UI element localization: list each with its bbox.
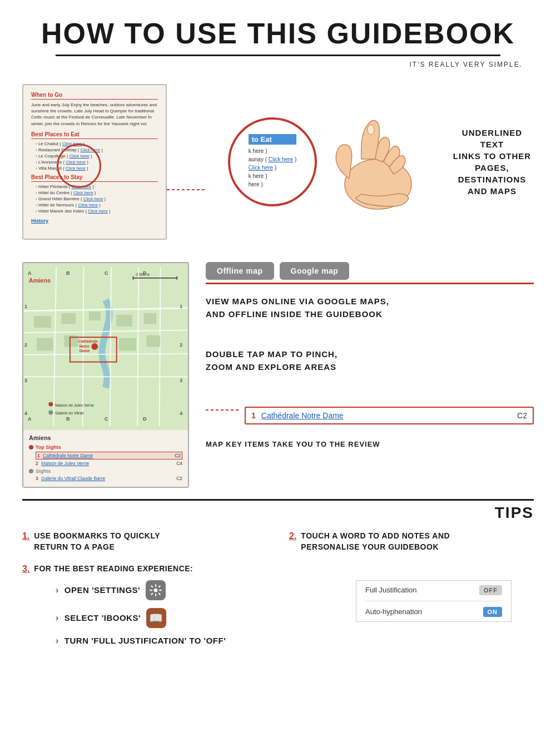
svg-point-48: [48, 402, 53, 407]
settings-toggle-area: Full Justification OFF Auto-hyphenation …: [356, 580, 512, 622]
zoom-item-5: here ): [249, 181, 297, 187]
map-btn-divider: [206, 283, 534, 284]
when-to-go-title: When to Go: [31, 92, 158, 100]
tip-3-text: FOR THE BEST READING EXPERIENCE:: [34, 564, 193, 575]
top-sight-1[interactable]: 1 Cathédrale Notre Dame C2: [36, 452, 182, 459]
top-sight-1-link[interactable]: Cathédrale Notre Dame: [43, 453, 93, 458]
sights-label: Sights: [36, 468, 51, 474]
top-sight-2[interactable]: 2 Maison de Jules Verne C4: [36, 461, 182, 466]
tip-2-text: TOUCH A WORD TO ADD NOTES ANDPERSONALISE…: [301, 531, 450, 552]
svg-point-22: [91, 343, 98, 350]
stay-item-1[interactable]: Hôtel Printania ( Click here ): [31, 184, 158, 189]
svg-point-2: [368, 125, 374, 135]
zoom-title: to Eat: [249, 134, 297, 145]
top-sight-2-coord: C4: [176, 461, 182, 466]
map-buttons: Offline map Google map: [206, 262, 534, 280]
tip-3-item-3: › Turn 'Full Justification' to 'off': [56, 636, 226, 646]
ibooks-icon: 📖: [146, 608, 166, 628]
chevron-icon-2: ›: [56, 613, 59, 623]
history-link[interactable]: History: [31, 218, 48, 224]
tip-3-header: 3. FOR THE BEST READING EXPERIENCE:: [22, 564, 534, 575]
mke-coord: C2: [517, 411, 527, 420]
svg-point-53: [154, 589, 157, 592]
map-svg: Cathédrale Notre Dame A B C D A B C D 1 …: [23, 263, 188, 430]
tip-1-text: USE BOOKMARKS TO QUICKLYRETURN TO A PAGE: [34, 531, 160, 552]
mke-link[interactable]: Cathédrale Notre Dame: [261, 411, 512, 420]
svg-text:Cathédrale: Cathédrale: [78, 339, 98, 343]
stay-item-5[interactable]: Hôtel Manoir des Indes ( Click here ): [31, 209, 158, 214]
label-line3: DESTINATIONS AND MAPS: [450, 174, 534, 197]
tip-3-list: › Open 'Settings' › Select 'iBooks' 📖 ›: [22, 580, 226, 654]
zoom-item-2[interactable]: aunay ( Click here ): [249, 156, 297, 162]
svg-point-50: [48, 410, 53, 414]
tip-1: 1. USE BOOKMARKS TO QUICKLYRETURN TO A P…: [22, 531, 267, 552]
page-title: HOW TO USE THIS GUIDEBOOK: [0, 17, 556, 50]
svg-text:A: A: [28, 416, 32, 422]
sights-section: Sights: [29, 468, 182, 474]
eat-item-3[interactable]: Le Coquillage ( Click here ): [31, 154, 158, 159]
eat-item-1[interactable]: Le Challut ( Click here ): [31, 141, 158, 146]
toggle-label-2: Auto-hyphenation: [365, 607, 422, 616]
toggle-state-1[interactable]: OFF: [479, 585, 502, 595]
tip-2: 2. TOUCH A WORD TO ADD NOTES ANDPERSONAL…: [289, 531, 534, 552]
svg-text:1: 1: [24, 304, 27, 309]
eat-item-4[interactable]: L'Annonerie ( Click here ): [31, 160, 158, 165]
label-line1: UNDERLINED TEXT: [450, 127, 534, 150]
sight-1-link[interactable]: Galerie du Vitrail Claude Barre: [41, 476, 105, 481]
tip-3-item-1: › Open 'Settings': [56, 580, 226, 600]
eat-item-2[interactable]: Restaurant Deletay ( Click here ): [31, 147, 158, 152]
tip-3-item-1-label: Open 'Settings': [64, 585, 140, 595]
svg-text:4: 4: [180, 411, 182, 416]
zoom-item-3[interactable]: Click here ): [249, 165, 297, 171]
google-map-button[interactable]: Google map: [280, 262, 350, 280]
svg-text:B: B: [66, 416, 70, 422]
svg-text:Amiens: Amiens: [29, 277, 51, 284]
toggle-divider: [365, 601, 502, 601]
guidebook-page-mock: When to Go June and early July Enjoy the…: [22, 84, 167, 240]
map-image[interactable]: Cathédrale Notre Dame A B C D A B C D 1 …: [23, 263, 188, 430]
map-mock: Cathédrale Notre Dame A B C D A B C D 1 …: [22, 262, 189, 488]
svg-text:3: 3: [24, 378, 27, 383]
top-sight-1-num: 1: [37, 453, 40, 458]
section-underlined-text: When to Go June and early July Enjoy the…: [0, 73, 556, 251]
tip-3-item-2-label: Select 'iBooks': [64, 613, 141, 622]
svg-rect-15: [89, 312, 100, 320]
section-maps: Cathédrale Notre Dame A B C D A B C D 1 …: [0, 251, 556, 493]
map-key-entry-highlighted[interactable]: 1 Cathédrale Notre Dame C2: [245, 407, 534, 424]
svg-text:2: 2: [180, 342, 182, 348]
sight-1[interactable]: 3 Galerie du Vitrail Claude Barre C2: [36, 476, 182, 481]
page-header: HOW TO USE THIS GUIDEBOOK IT'S REALLY VE…: [0, 0, 556, 73]
map-key-city: Amiens: [29, 434, 182, 441]
tip-3-content: › Open 'Settings' › Select 'iBooks' 📖 ›: [22, 580, 534, 654]
toggle-row-1: Full Justification OFF: [365, 585, 502, 595]
stay-item-4[interactable]: Hôtel de Nemours ( Click here ): [31, 202, 158, 207]
zoom-item-1: k here ): [249, 148, 297, 154]
tip-3-item-2: › Select 'iBooks' 📖: [56, 608, 226, 628]
svg-rect-13: [34, 317, 51, 328]
subtitle: IT'S REALLY VERY SIMPLE.: [0, 61, 556, 68]
svg-text:D: D: [143, 416, 147, 422]
svg-text:Notre: Notre: [80, 344, 90, 348]
map-desc-2: DOUBLE TAP MAP TO PINCH, ZOOM AND EXPLOR…: [206, 348, 534, 373]
top-sight-2-num: 2: [36, 461, 38, 466]
svg-text:B: B: [66, 270, 70, 276]
top-sight-2-link[interactable]: Maison de Jules Verne: [41, 461, 89, 466]
tip-3-section: 3. FOR THE BEST READING EXPERIENCE: › Op…: [0, 564, 556, 654]
map-buttons-area: Offline map Google map: [206, 262, 534, 284]
eat-item-5[interactable]: Villa Margot ( Click here ): [31, 166, 158, 171]
svg-text:Galerie du Vitrail: Galerie du Vitrail: [55, 411, 83, 415]
offline-map-button[interactable]: Offline map: [206, 262, 274, 280]
stay-item-3[interactable]: Grand Hôtel Barrière ( Click here ): [31, 196, 158, 201]
svg-text:4: 4: [24, 411, 27, 416]
toggle-state-2[interactable]: ON: [483, 607, 503, 617]
map-key-area: Amiens Top Sights 1 Cathédrale Notre Dam…: [23, 430, 188, 487]
dotted-connector-2: [206, 404, 239, 416]
stay-item-2[interactable]: Hôtel du Centre ( Click here ): [31, 190, 158, 195]
chevron-icon-1: ›: [56, 585, 59, 595]
settings-icon: [146, 580, 166, 600]
tips-row-1-2: 1. USE BOOKMARKS TO QUICKLYRETURN TO A P…: [22, 531, 534, 552]
svg-rect-21: [147, 335, 160, 347]
mke-num: 1: [251, 411, 256, 420]
tip-1-num: 1.: [22, 531, 29, 541]
hand-illustration: [317, 112, 439, 212]
